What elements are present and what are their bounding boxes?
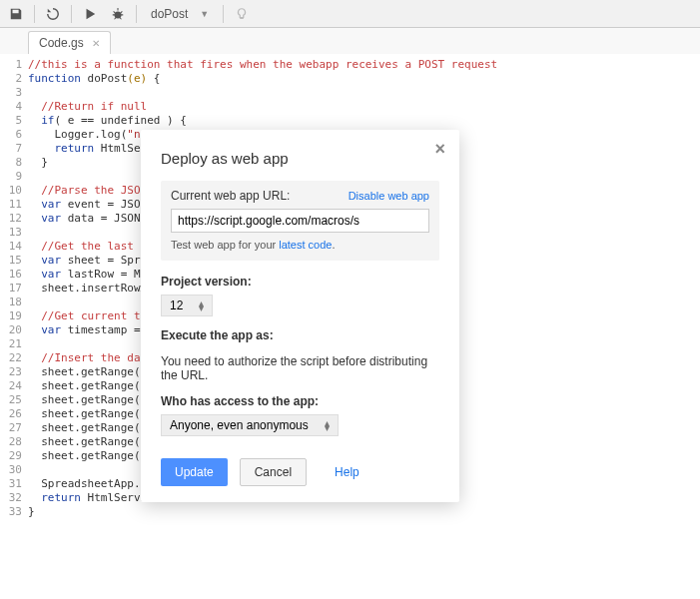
toolbar: doPost ▼ — [0, 0, 700, 28]
url-panel: Current web app URL: Disable web app Tes… — [161, 181, 439, 261]
line-number: 29 — [0, 449, 28, 463]
line-number: 20 — [0, 323, 28, 337]
access-value: Anyone, even anonymous — [170, 418, 309, 432]
line-number: 33 — [0, 505, 28, 519]
line-number: 31 — [0, 477, 28, 491]
project-version-label: Project version: — [161, 275, 439, 289]
execute-as-label: Execute the app as: — [161, 328, 439, 342]
save-button[interactable] — [4, 3, 28, 25]
debug-button[interactable] — [106, 3, 130, 25]
latest-code-link[interactable]: latest code — [279, 239, 332, 251]
project-version-value: 12 — [170, 299, 183, 312]
line-number: 5 — [0, 114, 28, 128]
tab-code-gs[interactable]: Code.gs ✕ — [28, 31, 111, 54]
tab-label: Code.gs — [39, 36, 84, 50]
update-button[interactable]: Update — [161, 458, 228, 486]
test-webapp-text: Test web app for your latest code. — [171, 239, 429, 251]
dialog-title: Deploy as web app — [161, 150, 439, 167]
authorize-message: You need to authorize the script before … — [161, 354, 439, 382]
separator — [34, 5, 35, 23]
separator — [136, 5, 137, 23]
line-number: 28 — [0, 435, 28, 449]
line-number: 21 — [0, 337, 28, 351]
access-select[interactable]: Anyone, even anonymous ▴▾ — [161, 414, 339, 436]
undo-icon — [46, 7, 60, 21]
line-number: 10 — [0, 184, 28, 198]
help-link[interactable]: Help — [335, 465, 359, 479]
dialog-close-button[interactable]: × — [434, 140, 445, 158]
deploy-dialog: × Deploy as web app Current web app URL:… — [141, 130, 459, 502]
line-number: 7 — [0, 142, 28, 156]
line-number: 17 — [0, 282, 28, 296]
line-number: 32 — [0, 491, 28, 505]
project-version-select[interactable]: 12 ▴▾ — [161, 295, 213, 316]
line-number: 6 — [0, 128, 28, 142]
line-number: 14 — [0, 240, 28, 254]
play-icon — [83, 7, 97, 21]
select-arrows-icon: ▴▾ — [325, 420, 330, 430]
cancel-button[interactable]: Cancel — [240, 458, 307, 486]
save-icon — [9, 7, 23, 21]
line-number: 1 — [0, 58, 28, 72]
line-number: 19 — [0, 309, 28, 323]
lightbulb-icon — [235, 7, 249, 21]
line-number: 27 — [0, 421, 28, 435]
line-number: 16 — [0, 268, 28, 282]
line-number: 4 — [0, 100, 28, 114]
line-number: 18 — [0, 296, 28, 309]
line-number: 13 — [0, 226, 28, 240]
line-number: 26 — [0, 407, 28, 421]
line-number: 15 — [0, 254, 28, 268]
disable-webapp-link[interactable]: Disable web app — [349, 190, 429, 202]
function-select[interactable]: doPost ▼ — [143, 3, 217, 25]
select-arrows-icon: ▴▾ — [199, 300, 204, 310]
run-button[interactable] — [78, 3, 102, 25]
line-number: 22 — [0, 351, 28, 365]
line-number: 8 — [0, 156, 28, 170]
line-number: 2 — [0, 72, 28, 86]
tab-bar: Code.gs ✕ — [0, 28, 700, 54]
separator — [223, 5, 224, 23]
access-label: Who has access to the app: — [161, 394, 439, 408]
line-number: 30 — [0, 463, 28, 477]
line-number: 25 — [0, 393, 28, 407]
line-number: 3 — [0, 86, 28, 100]
svg-point-0 — [115, 11, 122, 18]
function-select-label: doPost — [151, 7, 188, 21]
line-number: 23 — [0, 365, 28, 379]
close-icon[interactable]: ✕ — [92, 38, 100, 49]
line-number: 12 — [0, 212, 28, 226]
bug-icon — [111, 7, 125, 21]
chevron-down-icon: ▼ — [200, 9, 209, 19]
current-url-label: Current web app URL: — [171, 189, 290, 203]
line-gutter: 1234567891011121314151617181920212223242… — [0, 54, 28, 599]
undo-button[interactable] — [41, 3, 65, 25]
separator — [71, 5, 72, 23]
dialog-buttons: Update Cancel Help — [161, 458, 439, 486]
line-number: 9 — [0, 170, 28, 184]
help-button[interactable] — [230, 3, 254, 25]
line-number: 11 — [0, 198, 28, 212]
line-number: 24 — [0, 379, 28, 393]
webapp-url-input[interactable] — [171, 209, 429, 233]
